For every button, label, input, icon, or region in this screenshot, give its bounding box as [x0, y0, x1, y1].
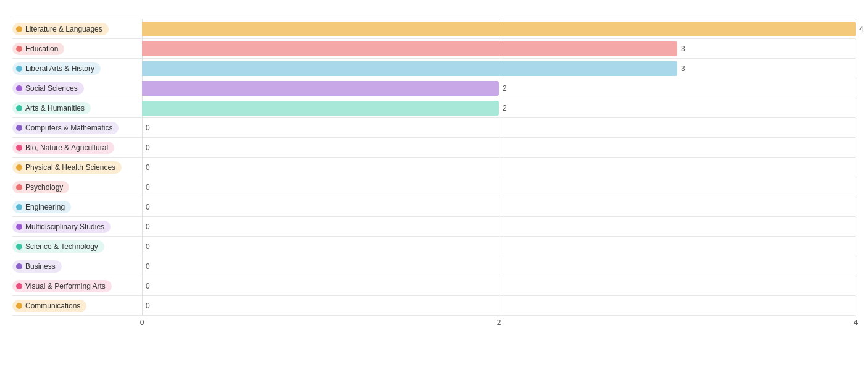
bar-fill: [142, 41, 677, 56]
label-pill: Arts & Humanities: [12, 102, 91, 114]
label-pill: Communications: [12, 300, 86, 312]
label-text: Communications: [25, 302, 80, 310]
gridline: [856, 296, 856, 315]
x-tick: 2: [497, 318, 501, 327]
gridline: [142, 296, 143, 315]
bar-track: 2: [142, 78, 856, 98]
gridline: [142, 276, 143, 295]
gridline: [856, 59, 856, 78]
bar-label: Bio, Nature & Agricultural: [12, 142, 142, 154]
gridline: [856, 237, 856, 256]
label-text: Bio, Nature & Agricultural: [25, 143, 108, 152]
pill-dot: [16, 105, 22, 111]
bar-value: 0: [146, 242, 150, 251]
gridline: [856, 256, 856, 276]
bar-row: Literature & Languages4: [12, 19, 856, 38]
label-text: Business: [25, 262, 56, 271]
label-pill: Social Sciences: [12, 82, 84, 95]
chart-area: Literature & Languages4Education3Liberal…: [12, 19, 856, 334]
bar-track: 3: [142, 39, 856, 58]
bar-row: Engineering0: [12, 197, 856, 216]
gridline: [856, 19, 856, 38]
gridline: [142, 197, 143, 216]
gridline: [499, 256, 499, 276]
bar-row: Education3: [12, 38, 856, 58]
bar-row: Arts & Humanities2: [12, 98, 856, 117]
bar-fill: [142, 101, 499, 116]
bar-row: Psychology0: [12, 177, 856, 197]
bar-value: 0: [146, 282, 150, 290]
label-text: Liberal Arts & History: [25, 64, 94, 73]
pill-dot: [16, 125, 22, 131]
bar-row: Multidisciplinary Studies0: [12, 216, 856, 236]
label-text: Physical & Health Sciences: [25, 163, 115, 172]
label-text: Engineering: [25, 203, 65, 211]
bar-value: 0: [146, 124, 150, 132]
bar-chart: Literature & Languages4Education3Liberal…: [12, 19, 856, 316]
gridline: [142, 138, 143, 157]
pill-dot: [16, 46, 22, 52]
chart-container: Literature & Languages4Education3Liberal…: [0, 0, 868, 390]
label-text: Psychology: [25, 183, 63, 192]
gridline: [856, 217, 856, 236]
gridline: [499, 78, 499, 98]
bar-row: Liberal Arts & History3: [12, 58, 856, 78]
gridline: [499, 138, 499, 157]
label-text: Literature & Languages: [25, 25, 102, 33]
gridline: [499, 237, 499, 256]
gridline: [856, 197, 856, 216]
bar-value: 2: [503, 84, 507, 93]
bar-value: 0: [146, 143, 150, 152]
label-pill: Computers & Mathematics: [12, 122, 119, 134]
bar-track: 0: [142, 138, 856, 157]
bar-label: Social Sciences: [12, 82, 142, 95]
label-pill: Education: [12, 43, 64, 55]
label-pill: Engineering: [12, 201, 71, 213]
bar-track: 0: [142, 256, 856, 276]
x-axis: 024: [142, 318, 856, 331]
bar-track: 0: [142, 237, 856, 256]
bar-track: 0: [142, 217, 856, 236]
bar-fill: [142, 22, 856, 36]
bar-label: Computers & Mathematics: [12, 122, 142, 134]
label-text: Arts & Humanities: [25, 104, 85, 112]
gridline: [499, 177, 499, 197]
label-text: Multidisciplinary Studies: [25, 223, 104, 231]
bar-row: Science & Technology0: [12, 236, 856, 256]
bar-label: Physical & Health Sciences: [12, 161, 142, 174]
label-pill: Multidisciplinary Studies: [12, 221, 111, 233]
bar-value: 4: [859, 25, 864, 33]
gridline: [856, 39, 856, 58]
gridline: [856, 138, 856, 157]
label-pill: Literature & Languages: [12, 23, 109, 35]
gridline: [499, 197, 499, 216]
pill-dot: [16, 164, 22, 171]
bar-track: 0: [142, 296, 856, 315]
label-pill: Liberal Arts & History: [12, 62, 101, 75]
bar-value: 0: [146, 203, 150, 211]
gridline: [499, 276, 499, 295]
bar-label: Education: [12, 43, 142, 55]
pill-dot: [16, 204, 22, 210]
gridline: [142, 118, 143, 137]
gridline: [499, 98, 499, 117]
bar-row: Visual & Performing Arts0: [12, 276, 856, 295]
gridline: [499, 296, 499, 315]
gridline: [856, 118, 856, 137]
bar-value: 0: [146, 183, 150, 192]
bar-row: Business0: [12, 256, 856, 276]
gridline: [142, 177, 143, 197]
gridline: [856, 276, 856, 295]
bar-track: 2: [142, 98, 856, 117]
bar-value: 3: [681, 45, 685, 53]
label-text: Education: [25, 45, 58, 53]
bar-value: 0: [146, 223, 150, 231]
bar-label: Multidisciplinary Studies: [12, 221, 142, 233]
bar-value: 3: [681, 64, 685, 73]
label-pill: Psychology: [12, 181, 69, 193]
bar-label: Engineering: [12, 201, 142, 213]
pill-dot: [16, 85, 22, 91]
bar-track: 0: [142, 177, 856, 197]
x-tick: 0: [140, 318, 144, 327]
pill-dot: [16, 66, 22, 72]
